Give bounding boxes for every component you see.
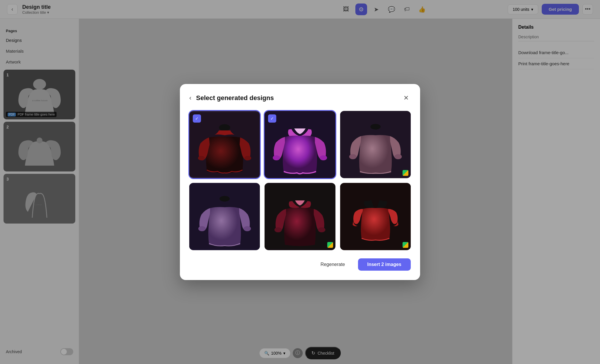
image-card-2[interactable]: ✓ — [265, 111, 335, 178]
svg-point-11 — [320, 155, 327, 160]
svg-point-6 — [219, 124, 230, 131]
svg-point-17 — [219, 196, 230, 202]
check-badge-1: ✓ — [193, 114, 201, 123]
svg-point-15 — [394, 154, 402, 159]
corner-badge-5 — [327, 242, 333, 248]
modal-close-button[interactable]: ✕ — [401, 93, 411, 103]
regenerate-button[interactable]: Regenerate — [312, 258, 353, 271]
modal-footer: Regenerate Insert 2 images — [189, 258, 411, 271]
svg-point-19 — [243, 226, 251, 231]
modal-title: Select generated designs — [196, 94, 401, 102]
modal-header: ‹ Select generated designs ✕ — [189, 93, 411, 103]
garment-svg-5 — [265, 183, 335, 250]
check-badge-2: ✓ — [268, 114, 276, 123]
svg-point-22 — [318, 227, 325, 232]
image-card-4[interactable] — [189, 183, 260, 250]
images-grid: ✓ — [189, 111, 411, 250]
image-card-6[interactable] — [340, 183, 411, 250]
svg-point-18 — [198, 226, 206, 231]
svg-point-14 — [349, 154, 357, 159]
svg-point-10 — [273, 155, 280, 160]
corner-badge-3 — [403, 170, 408, 176]
garment-svg-6 — [340, 183, 411, 250]
modal-back-button[interactable]: ‹ — [189, 94, 191, 102]
image-card-3[interactable] — [340, 111, 411, 178]
corner-badge-6 — [403, 242, 408, 248]
modal-overlay[interactable]: ‹ Select generated designs ✕ ✓ — [0, 0, 600, 364]
image-card-1[interactable]: ✓ — [189, 111, 260, 178]
svg-point-13 — [370, 124, 381, 130]
garment-svg-4 — [189, 183, 260, 250]
svg-point-8 — [244, 156, 251, 160]
garment-svg-3 — [340, 111, 411, 178]
svg-point-7 — [198, 156, 205, 160]
svg-point-21 — [275, 227, 282, 232]
insert-button[interactable]: Insert 2 images — [358, 258, 411, 271]
modal: ‹ Select generated designs ✕ ✓ — [180, 84, 420, 280]
image-card-5[interactable] — [265, 183, 335, 250]
